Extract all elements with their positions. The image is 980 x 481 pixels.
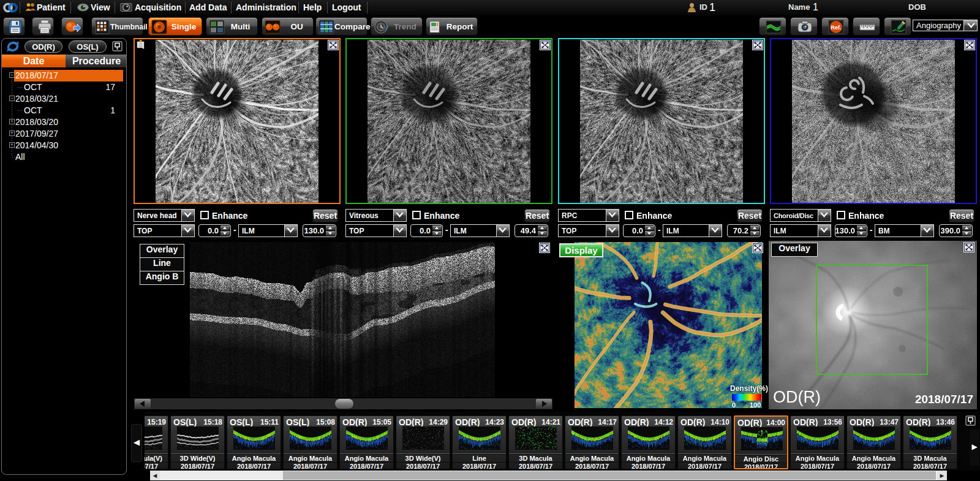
svg-text:Ref.: Ref. xyxy=(831,25,841,31)
